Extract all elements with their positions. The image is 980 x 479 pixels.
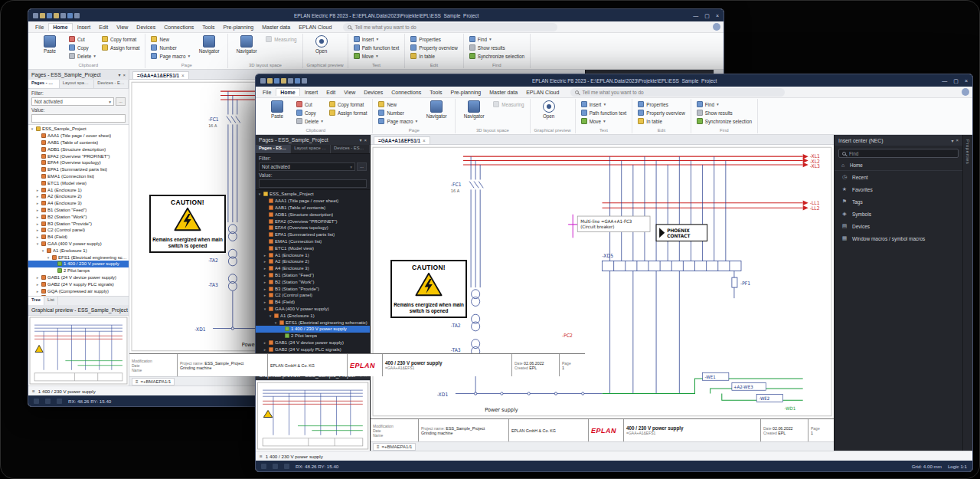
expand-icon[interactable]: ▸ — [263, 293, 267, 297]
tree-item[interactable]: ▸ A2 (Enclosure 2) — [256, 258, 370, 265]
status-icon[interactable] — [45, 399, 51, 404]
ribbon-tab[interactable]: Connections — [387, 89, 425, 96]
expand-icon[interactable]: ▸ — [35, 235, 40, 239]
expand-icon[interactable]: ▸ — [35, 188, 40, 192]
ribbon-tab[interactable]: Edit — [95, 24, 112, 31]
synchronize-selection-button[interactable]: Synchronize selection — [468, 52, 526, 60]
expand-icon[interactable]: ▸ — [263, 340, 267, 345]
expand-icon[interactable]: ▸ — [35, 215, 40, 219]
copy-format-button[interactable]: Copy format — [100, 35, 142, 43]
expand-icon[interactable]: ▸ — [263, 253, 267, 258]
filter-more-button[interactable]: ... — [116, 97, 126, 106]
titlebar[interactable]: EPLAN Electric P8 2023 - E:\EPLAN.Data\2… — [28, 9, 724, 21]
tree-item[interactable]: ETC1 (Model view) — [28, 179, 129, 186]
open-preview-button[interactable]: Open — [307, 35, 336, 54]
tree-item[interactable]: ▸ B1 (Station "Feed") — [256, 272, 370, 279]
panel-menu-icon[interactable]: ▾ — [951, 138, 953, 143]
panel-close-icon[interactable]: × — [956, 138, 959, 143]
qat-icon[interactable] — [288, 78, 293, 84]
tree-item[interactable]: ▸ A2 (Enclosure 2) — [28, 193, 129, 200]
new-page-button[interactable]: New — [149, 35, 191, 43]
quick-access-toolbar[interactable] — [33, 13, 80, 18]
page-tree[interactable]: ▾ ESS_Sample_Project AAA1 (Title page / … — [28, 125, 129, 296]
ribbon-tab[interactable]: Connections — [160, 24, 198, 31]
expand-icon[interactable]: ▸ — [263, 347, 267, 352]
qat-icon[interactable] — [60, 13, 66, 18]
tree-item[interactable]: ▸ GAB1 (24 V device power supply) — [28, 274, 129, 281]
tree-item[interactable]: ▸ A4 (Enclosure 3) — [256, 265, 370, 272]
properties-button[interactable]: Properties — [636, 100, 686, 108]
tree-item[interactable]: ▸ B2 (Station "Work") — [28, 213, 129, 220]
copy-button[interactable]: Copy — [295, 109, 325, 116]
ribbon-tab[interactable]: Insert — [301, 89, 322, 96]
copy-button[interactable]: Copy — [67, 44, 97, 51]
insert-text-button[interactable]: Insert▾ — [352, 35, 401, 43]
tree-item[interactable]: EPA1 (Summarized parts list) — [28, 166, 129, 173]
ribbon-tab[interactable]: EPLAN Cloud — [295, 24, 335, 31]
panel-close-icon[interactable]: × — [364, 138, 367, 143]
qat-icon[interactable] — [47, 13, 52, 18]
number-button[interactable]: Number — [149, 44, 191, 51]
tree-item[interactable]: ▾ A1 (Enclosure 1) — [28, 247, 129, 254]
graphical-preview[interactable] — [256, 380, 370, 451]
insert-center-item[interactable]: ⚑ Tags — [835, 195, 962, 208]
insert-text-button[interactable]: Insert▾ — [580, 100, 629, 108]
properties-side-tab[interactable]: Properties — [962, 135, 972, 451]
show-results-button[interactable]: Show results — [695, 109, 753, 116]
tree-item[interactable]: ▾ A1 (Enclosure 1) — [256, 312, 370, 319]
tree-item[interactable]: EMA1 (Connection list) — [28, 173, 129, 180]
ribbon-tab[interactable]: Edit — [322, 89, 339, 96]
navigator-tab[interactable]: Layout space - ESS_Sa... — [60, 80, 95, 88]
cut-button[interactable]: Cut — [67, 35, 97, 43]
filter-more-button[interactable]: ... — [357, 162, 367, 171]
assign-format-button[interactable]: Assign format — [328, 109, 369, 116]
tree-item[interactable]: ▸ A1 (Enclosure 1) — [256, 251, 370, 258]
expand-icon[interactable]: ▸ — [263, 280, 267, 284]
ribbon-tab[interactable]: Devices — [132, 24, 159, 31]
insert-center-header[interactable]: Insert center (NEC) ▾ × — [835, 135, 962, 146]
synchronize-selection-button[interactable]: Synchronize selection — [695, 117, 753, 125]
document-tab[interactable]: =GAA+A1&EFS1/1 × — [132, 71, 189, 79]
expand-icon[interactable]: ▾ — [46, 255, 51, 260]
insert-center-item[interactable]: ★ Favorites — [835, 183, 962, 195]
find-button[interactable]: Find▾ — [695, 100, 753, 108]
eplan-window-foreground[interactable]: EPLAN Electric P8 2023 - E:\EPLAN.Data\2… — [255, 74, 973, 472]
panel-close-icon[interactable]: × — [122, 73, 126, 77]
insert-center-item[interactable]: ◷ Recent — [835, 171, 962, 183]
value-input[interactable] — [259, 179, 367, 188]
ribbon-tab[interactable]: Devices — [360, 89, 387, 96]
move-button[interactable]: Move▾ — [580, 117, 629, 125]
expand-icon[interactable]: ▾ — [35, 241, 40, 246]
tree-item[interactable]: EMA1 (Connection list) — [256, 238, 370, 245]
minimize-button[interactable]: — — [942, 78, 947, 84]
tree-item[interactable]: ▸ B3 (Station "Provide") — [256, 285, 370, 292]
expand-icon[interactable]: ▸ — [35, 201, 40, 205]
qat-icon[interactable] — [260, 78, 266, 84]
number-button[interactable]: Number — [377, 109, 419, 116]
qat-icon[interactable] — [74, 13, 80, 18]
tree-item[interactable]: EFA4 (Overview topology) — [28, 159, 129, 166]
expand-icon[interactable]: ▸ — [263, 300, 267, 304]
expand-icon[interactable]: ▾ — [257, 192, 262, 196]
tab-close-icon[interactable]: × — [423, 138, 426, 143]
ribbon-tab[interactable]: File — [259, 89, 275, 96]
ribbon-tab[interactable]: Tools — [198, 24, 218, 31]
tree-item[interactable]: ▾ EFS1 (Electrical engineering schematic… — [256, 319, 370, 326]
delete-button[interactable]: Delete▾ — [295, 117, 325, 125]
tree-item[interactable]: AAA1 (Title page / cover sheet) — [256, 198, 370, 205]
insert-center-item[interactable]: ▦ Window macros / symbol macros — [835, 232, 962, 244]
expand-icon[interactable]: ▾ — [268, 313, 273, 318]
expand-icon[interactable]: ▸ — [35, 221, 40, 226]
tree-item[interactable]: ▸ A1 (Enclosure 1) — [28, 186, 129, 193]
navigator-tab[interactable]: Devices - ESS_Sample... — [331, 145, 370, 153]
qat-icon[interactable] — [274, 78, 279, 84]
expand-icon[interactable]: ▾ — [30, 126, 34, 131]
tree-item[interactable]: ▸ A4 (Enclosure 3) — [28, 200, 129, 207]
ribbon-tab[interactable]: Tools — [426, 89, 446, 96]
status-icon[interactable] — [57, 399, 62, 404]
tree-item[interactable]: ETC1 (Model view) — [256, 244, 370, 251]
page-navigator-button[interactable]: Navigator — [422, 100, 451, 119]
insert-center-item[interactable]: ◈ Symbols — [835, 208, 962, 220]
preview-panel-header[interactable]: Graphical preview - ESS_Sample_Project ▾… — [28, 305, 129, 315]
expand-icon[interactable]: ▸ — [263, 259, 267, 264]
